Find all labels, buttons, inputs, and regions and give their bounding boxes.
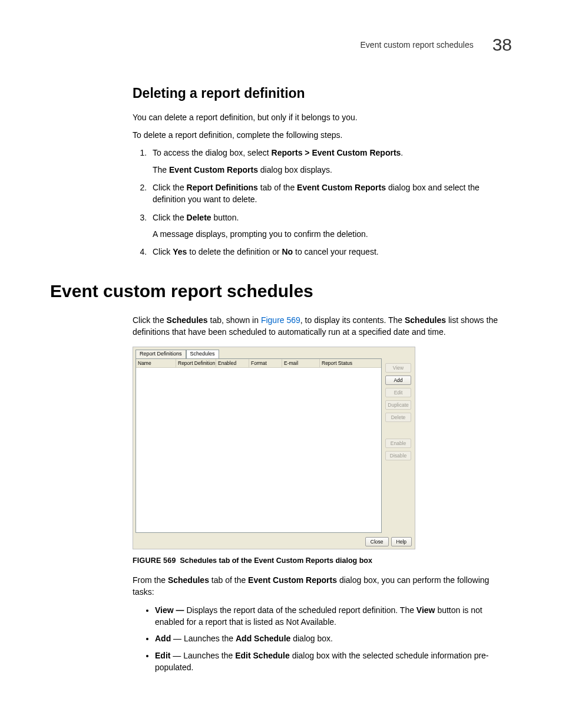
term: View — — [155, 605, 186, 615]
section-schedules: Click the Schedules tab, shown in Figure… — [133, 314, 512, 673]
term: Edit — [155, 651, 170, 660]
menu-path: Reports > Event Custom Reports — [272, 148, 401, 157]
step-item: Click the Delete button. A message displ… — [149, 212, 512, 241]
tab-schedules[interactable]: Schedules — [186, 350, 219, 358]
column-header-email[interactable]: E-mail — [282, 359, 320, 367]
spacer — [385, 425, 411, 436]
list-item: View — Displays the report data of the s… — [155, 604, 512, 628]
step-text: Click the — [153, 183, 187, 192]
tab-name: Schedules — [168, 575, 209, 585]
step-text: dialog box displays. — [258, 165, 332, 174]
tab-name: Schedules — [167, 315, 208, 325]
schedules-dialog: Report Definitions Schedules Name Report… — [133, 347, 415, 549]
table-area: Name Report Definition Enabled Format E-… — [133, 358, 384, 535]
column-header-report-status[interactable]: Report Status — [320, 359, 381, 367]
page: Event custom report schedules 38 Deletin… — [0, 0, 562, 728]
step-item: Click Yes to delete the definition or No… — [149, 246, 512, 258]
tab-name: Report Definitions — [187, 183, 258, 192]
view-button: View — [385, 363, 411, 373]
step-text: Click — [153, 247, 173, 256]
step-text: Click the — [153, 213, 187, 222]
step-text: To access the dialog box, select — [153, 148, 272, 157]
dialog-button-column: View Add Edit Duplicate Delete Enable Di… — [384, 358, 415, 535]
column-header-enabled[interactable]: Enabled — [216, 359, 249, 367]
section-paragraph: Click the Schedules tab, shown in Figure… — [133, 314, 512, 338]
help-button[interactable]: Help — [391, 537, 412, 546]
step-text: The — [153, 165, 169, 174]
list-item: Add — Launches the Add Schedule dialog b… — [155, 633, 512, 644]
button-name: Yes — [173, 247, 187, 256]
dialog-body: Name Report Definition Enabled Format E-… — [133, 358, 415, 535]
step-substep: The Event Custom Reports dialog box disp… — [153, 164, 512, 176]
step-text: to delete the definition or — [187, 247, 282, 256]
column-header-report-definition[interactable]: Report Definition — [176, 359, 216, 367]
dialog-name: Edit Schedule — [235, 651, 290, 660]
step-substep: A message displays, prompting you to con… — [153, 228, 512, 240]
text: — Launches the — [171, 634, 236, 643]
dialog-name: Event Custom Reports — [297, 183, 386, 192]
text: , to display its contents. The — [300, 315, 405, 325]
paragraph: From the Schedules tab of the Event Cust… — [133, 574, 512, 598]
dialog-name: Event Custom Reports — [169, 165, 258, 174]
figure: Report Definitions Schedules Name Report… — [133, 347, 512, 566]
add-button[interactable]: Add — [385, 375, 411, 385]
step-item: To access the dialog box, select Reports… — [149, 147, 512, 176]
edit-button: Edit — [385, 388, 411, 397]
running-header: Event custom report schedules 38 — [50, 32, 512, 58]
dialog-footer: Close Help — [133, 535, 415, 549]
tab-report-definitions[interactable]: Report Definitions — [135, 350, 186, 358]
duplicate-button: Duplicate — [385, 400, 411, 410]
dialog-name: Add Schedule — [236, 634, 290, 643]
section-deleting: Deleting a report definition You can del… — [133, 84, 512, 258]
text: Click the — [133, 315, 167, 325]
column-header-name[interactable]: Name — [136, 359, 176, 367]
dialog-tabbar: Report Definitions Schedules — [133, 347, 415, 358]
enable-button: Enable — [385, 439, 411, 448]
step-text: tab of the — [258, 183, 297, 192]
text: From the — [133, 575, 168, 585]
term: Add — [155, 634, 171, 643]
numbered-steps: To access the dialog box, select Reports… — [133, 147, 512, 258]
figure-caption-text: Schedules tab of the Event Custom Report… — [180, 556, 372, 565]
intro-paragraph: To delete a report definition, complete … — [133, 129, 512, 141]
figure-label: FIGURE 569 — [133, 556, 176, 565]
button-name: Delete — [187, 213, 211, 222]
text: dialog box. — [290, 634, 333, 643]
text: Displays the report data of the schedule… — [186, 605, 416, 615]
major-section-title: Event custom report schedules — [50, 278, 512, 304]
text: tab of the — [209, 575, 248, 585]
figure-xref[interactable]: Figure 569 — [261, 315, 300, 325]
figure-caption: FIGURE 569 Schedules tab of the Event Cu… — [133, 555, 512, 566]
disable-button: Disable — [385, 451, 411, 460]
text: tab, shown in — [208, 315, 261, 325]
intro-paragraph: You can delete a report definition, but … — [133, 111, 512, 123]
task-list: View — Displays the report data of the s… — [133, 604, 512, 673]
delete-button: Delete — [385, 413, 411, 422]
text: — Launches the — [170, 651, 235, 660]
chapter-number: 38 — [492, 35, 512, 54]
button-name: View — [416, 605, 435, 615]
list-name: Schedules — [405, 315, 446, 325]
step-item: Click the Report Definitions tab of the … — [149, 182, 512, 206]
table-header-row: Name Report Definition Enabled Format E-… — [136, 359, 381, 368]
section-title: Deleting a report definition — [133, 84, 512, 103]
column-header-format[interactable]: Format — [249, 359, 282, 367]
step-text: . — [401, 148, 403, 157]
button-name: No — [282, 247, 293, 256]
list-item: Edit — Launches the Edit Schedule dialog… — [155, 650, 512, 674]
schedules-table[interactable]: Name Report Definition Enabled Format E-… — [135, 358, 382, 533]
step-text: button. — [211, 213, 239, 222]
step-text: to cancel your request. — [293, 247, 379, 256]
close-button[interactable]: Close — [365, 537, 389, 546]
running-header-text: Event custom report schedules — [361, 40, 474, 50]
dialog-name: Event Custom Reports — [248, 575, 337, 585]
